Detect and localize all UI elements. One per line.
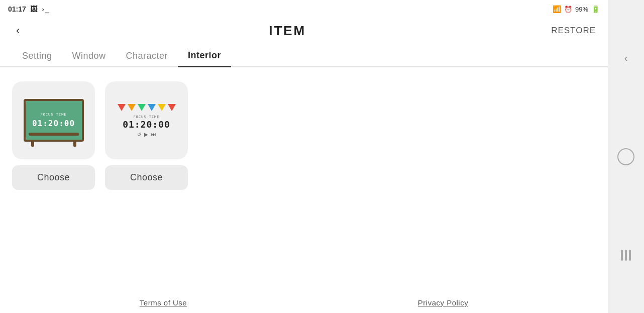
items-row: FOCUS TIME 01:20:00 Choose [12,81,596,190]
chalkboard-time: 01:20:00 [32,119,75,128]
app-area: 01:17 🖼 ›_ 99% ‹ ITEM RESTORE Setting Wi… [0,0,608,313]
bunting-flags [118,104,176,111]
terminal-icon: ›_ [41,6,49,13]
terms-link[interactable]: Terms of Use [140,298,187,307]
item-preview-1: FOCUS TIME 01:20:00 [12,81,95,159]
battery-icon [591,5,600,13]
sidebar-chevron-icon[interactable]: ‹ [624,52,628,64]
status-time: 01:17 [8,5,26,13]
content-area: FOCUS TIME 01:20:00 Choose [0,69,608,292]
bunting-controls: ↺ ▶ ⏭ [137,132,156,137]
chalkboard-legs [31,140,76,147]
page-title: ITEM [269,23,306,39]
recent-apps-button[interactable] [621,250,631,261]
tabs-bar: Setting Window Character Interior [0,45,608,67]
restore-button[interactable]: RESTORE [551,26,596,36]
chalkboard-focus-label: FOCUS TIME [32,113,75,117]
right-sidebar: ‹ [608,0,644,313]
status-right: 99% [553,5,600,13]
fast-forward-icon: ⏭ [151,132,156,137]
home-circle-button[interactable] [617,148,634,165]
bunting-focus-label: FOCUS TIME [123,115,170,119]
flag-red [118,104,126,111]
flag-orange [128,104,136,111]
flag-red-2 [168,104,176,111]
header: ‹ ITEM RESTORE [0,18,608,45]
footer: Terms of Use Privacy Policy [0,292,608,313]
rewind-icon: ↺ [137,132,141,137]
status-bar: 01:17 🖼 ›_ 99% [0,0,608,18]
chalkboard-illustration: FOCUS TIME 01:20:00 [24,96,84,144]
alarm-icon [564,6,572,13]
item-card-1: FOCUS TIME 01:20:00 Choose [12,81,95,190]
bunting-time: 01:20:00 [123,119,170,130]
battery-percent: 99% [575,6,588,13]
photo-icon: 🖼 [30,5,37,13]
flag-blue [148,104,156,111]
flag-green [138,104,146,111]
play-icon: ▶ [144,132,148,137]
choose-button-2[interactable]: Choose [105,165,188,190]
nav-bar-2 [625,250,627,261]
back-button[interactable]: ‹ [12,22,24,39]
privacy-link[interactable]: Privacy Policy [418,298,468,307]
tab-interior[interactable]: Interior [178,45,231,67]
nav-bar-1 [621,250,623,261]
flag-yellow [158,104,166,111]
status-left: 01:17 🖼 ›_ [8,5,49,13]
tab-window[interactable]: Window [62,46,116,66]
wifi-icon [553,5,561,13]
chalkboard-ledge [29,133,79,136]
nav-bar-3 [629,250,631,261]
choose-button-1[interactable]: Choose [12,165,95,190]
bunting-illustration: FOCUS TIME 01:20:00 ↺ ▶ ⏭ [112,95,182,146]
chalkboard-body: FOCUS TIME 01:20:00 [24,99,84,142]
chalkboard-leg-right [73,140,76,147]
item-preview-2: FOCUS TIME 01:20:00 ↺ ▶ ⏭ [105,81,188,159]
tab-setting[interactable]: Setting [12,46,62,66]
item-card-2: FOCUS TIME 01:20:00 ↺ ▶ ⏭ Choose [105,81,188,190]
tab-character[interactable]: Character [116,46,178,66]
chalkboard-leg-left [31,140,34,147]
